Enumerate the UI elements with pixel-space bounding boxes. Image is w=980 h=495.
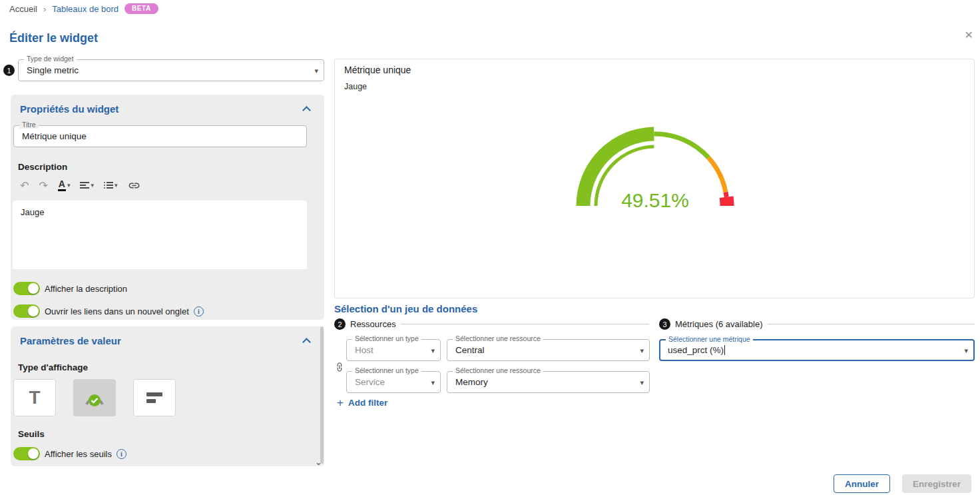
resource-select-2[interactable]: Sélectionner une ressource Memory ▾ (447, 371, 650, 393)
metric-select-label: Sélectionner une métrique (666, 336, 753, 343)
gauge-scale-green (654, 134, 708, 158)
chevron-down-icon: ▾ (640, 346, 644, 354)
widget-editor-page: Accueil › Tableaux de bord BETA Éditer l… (0, 0, 980, 495)
show-thresholds-toggle[interactable] (13, 447, 40, 460)
info-icon[interactable]: i (194, 306, 204, 316)
link-icon (128, 179, 140, 192)
text-cursor (724, 345, 725, 355)
resource-select-1[interactable]: Sélectionner une ressource Central ▾ (447, 339, 650, 361)
display-type-label: Type d'affichage (18, 362, 324, 372)
add-filter-label: Add filter (348, 398, 387, 408)
divider (768, 324, 975, 324)
display-type-gauge-button[interactable] (73, 379, 116, 416)
open-links-toggle[interactable] (13, 304, 40, 318)
display-type-text-button[interactable]: T (13, 379, 56, 416)
collapse-properties-icon[interactable] (302, 106, 311, 115)
link-rows-icon (332, 362, 345, 372)
collapse-value-settings-icon[interactable] (302, 338, 311, 346)
font-color-icon: A (58, 179, 66, 191)
breadcrumb-home-link[interactable]: Accueil (9, 4, 37, 14)
description-label: Description (18, 162, 324, 172)
richtext-toolbar: ↶ ↷ A ▾ ▾ ▾ (17, 178, 324, 193)
resource-type-value: Host (355, 345, 373, 355)
undo-icon[interactable]: ↶ (17, 179, 31, 192)
value-settings-panel: Paramètres de valeur Type d'affichage T … (11, 326, 324, 466)
align-button[interactable]: ▾ (77, 182, 97, 189)
resource-type-value: Service (355, 377, 385, 387)
resource-label: Sélectionner une ressource (453, 367, 543, 374)
footer-actions: Annuler Enregistrer (834, 474, 971, 493)
gauge-critical-arc (726, 197, 727, 206)
gauge-scale-orange (708, 158, 726, 193)
gauge-value-text: 49.51% (621, 189, 689, 211)
toggle-knob (28, 283, 39, 294)
widget-properties-panel: Propriétés du widget Titre Métrique uniq… (11, 95, 324, 320)
value-settings-heading: Paramètres de valeur (20, 335, 121, 346)
info-icon[interactable]: i (117, 449, 126, 459)
bullet-list-icon (104, 182, 113, 189)
resources-header: 2 Ressources (334, 318, 649, 330)
chevron-down-icon: ▾ (964, 346, 968, 354)
display-type-bar-button[interactable] (133, 379, 176, 416)
open-links-label: Ouvrir les liens dans un nouvel onglet (45, 306, 189, 316)
add-filter-button[interactable]: + Add filter (337, 397, 387, 408)
display-type-options: T (13, 379, 324, 416)
step-3-badge: 3 (659, 318, 670, 330)
widget-type-value: Single metric (27, 65, 79, 75)
widget-type-label: Type de widget (24, 55, 77, 63)
title-input-value: Métrique unique (22, 131, 87, 141)
breadcrumb: Accueil › Tableaux de bord BETA (9, 3, 158, 14)
dataset-heading: Sélection d'un jeu de données (334, 303, 477, 314)
page-title: Éditer le widget (9, 31, 98, 45)
font-color-button[interactable]: A ▾ (55, 179, 73, 191)
chevron-down-icon: ▾ (640, 378, 644, 386)
gauge-display-icon (83, 387, 107, 408)
resource-type-select-2[interactable]: Sélectionner un type Service ▾ (346, 371, 441, 393)
redo-icon[interactable]: ↷ (36, 179, 50, 192)
breadcrumb-separator-icon: › (43, 4, 46, 14)
resource-label: Sélectionner une ressource (453, 335, 543, 342)
chevron-down-icon: ▾ (431, 346, 435, 354)
divider (401, 324, 649, 324)
resource-row: Sélectionner un type Service ▾ Sélection… (346, 371, 650, 393)
show-thresholds-label: Afficher les seuils (45, 449, 112, 459)
show-description-label: Afficher la description (45, 284, 127, 294)
chevron-down-icon: ▾ (115, 182, 118, 189)
chevron-down-icon: ▾ (67, 182, 71, 189)
cancel-button[interactable]: Annuler (834, 474, 890, 493)
save-button[interactable]: Enregistrer (902, 474, 971, 493)
chevron-down-icon: ▾ (91, 182, 94, 189)
step-2-badge: 2 (334, 318, 346, 330)
list-button[interactable]: ▾ (101, 182, 121, 189)
chevron-down-icon: ▾ (314, 66, 318, 75)
thresholds-label: Seuils (18, 429, 324, 439)
beta-badge: BETA (124, 3, 158, 14)
toggle-knob (28, 306, 39, 316)
metrics-header: 3 Métriques (6 available) (659, 318, 975, 330)
align-left-icon (80, 182, 89, 189)
resources-label: Ressources (350, 319, 396, 329)
breadcrumb-dashboards-link[interactable]: Tableaux de bord (52, 4, 119, 14)
insert-link-button[interactable] (125, 179, 143, 192)
scroll-down-icon[interactable]: ⌄ (315, 457, 322, 467)
description-textarea[interactable]: Jauge (13, 201, 307, 269)
bar-display-icon (146, 392, 162, 403)
resource-value: Memory (455, 377, 488, 387)
show-description-toggle[interactable] (13, 282, 40, 295)
resource-row: Sélectionner un type Host ▾ Sélectionner… (346, 339, 650, 361)
plus-icon: + (337, 397, 344, 408)
metrics-label: Métriques (6 available) (675, 319, 763, 329)
gauge-chart: 49.51% (549, 101, 762, 221)
title-input-label: Titre (19, 121, 39, 129)
widget-type-select[interactable]: Type de widget Single metric ▾ (18, 59, 324, 81)
resource-value: Central (455, 345, 485, 355)
toggle-knob (28, 448, 39, 459)
close-icon[interactable]: × (965, 27, 973, 41)
resource-type-select-1[interactable]: Sélectionner un type Host ▾ (346, 339, 441, 361)
preview-title: Métrique unique (344, 65, 411, 75)
title-input[interactable]: Titre Métrique unique (13, 125, 307, 147)
properties-heading: Propriétés du widget (20, 103, 119, 115)
left-panel-scrollbar[interactable] (320, 326, 324, 464)
metric-select[interactable]: Sélectionner une métrique used_prct (%) … (659, 339, 975, 361)
metric-select-value: used_prct (%) (668, 345, 724, 355)
